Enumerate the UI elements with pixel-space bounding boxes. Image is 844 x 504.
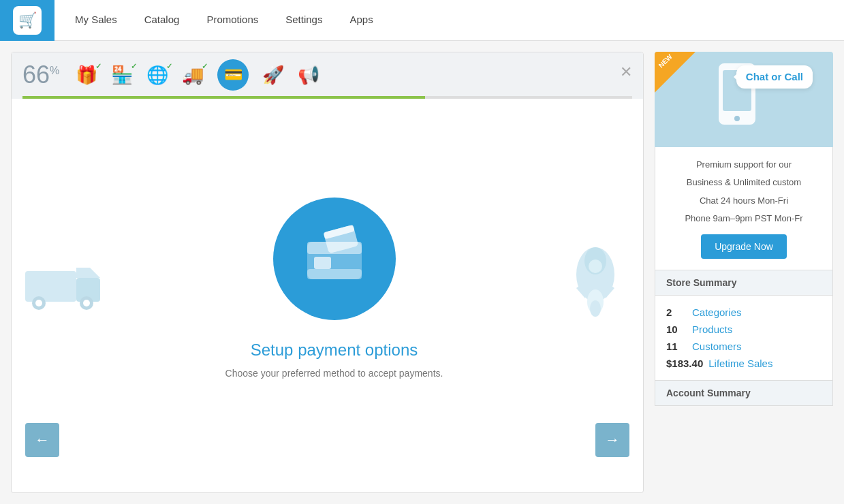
progress-steps: ✓ 🎁 ✓ 🏪 ✓ 🌐 ✓ [76,59,604,91]
logo[interactable]: 🛒 [0,0,54,41]
gift-icon: 🎁 [76,65,97,86]
banner-image: Chat or Call [655,52,833,147]
check-icon: ✓ [166,62,172,71]
shipping-icon: 🚚 [182,65,204,86]
check-icon: ✓ [95,62,101,71]
store-summary-header: Store Summary [655,270,833,296]
products-label[interactable]: Products [692,324,732,335]
support-text-1: Premium support for our [666,158,822,172]
svg-point-4 [35,300,42,306]
svg-point-15 [589,259,602,273]
nav-catalog[interactable]: Catalog [131,0,193,40]
step-store[interactable]: ✓ 🏪 [111,65,133,86]
store-summary-body: 2 Categories 10 Products 11 Customers $1… [655,296,833,381]
lifetime-sales-row: $183.40 Lifetime Sales [666,355,822,372]
nav-settings[interactable]: Settings [272,0,336,40]
payment-icon-circle: 💳 [217,59,249,91]
top-navigation: 🛒 My Sales Catalog Promotions Settings A… [0,0,844,41]
next-icon: → [605,431,620,449]
step-globe[interactable]: ✓ 🌐 [146,65,168,86]
chat-hours: Chat 24 hours Mon-Fri [666,194,822,208]
nav-links: My Sales Catalog Promotions Settings App… [54,0,387,40]
lifetime-sales-amount: $183.40 [666,358,703,369]
products-row: 10 Products [666,321,822,338]
svg-rect-10 [307,269,362,279]
categories-count: 2 [666,306,687,318]
wizard-description: Choose your preferred method to accept p… [225,368,443,379]
check-icon: ✓ [131,62,137,71]
logo-icon: 🛒 [13,6,42,35]
nav-promotions[interactable]: Promotions [193,0,272,40]
store-icon: 🏪 [111,65,133,86]
main-layout: 66% ✓ 🎁 ✓ 🏪 ✓ [0,41,844,504]
svg-rect-9 [314,257,331,269]
setup-wizard-panel: 66% ✓ 🎁 ✓ 🏪 ✓ [11,52,644,493]
right-panel: NEW Chat or Call Premium support for ou [655,52,833,493]
svg-point-22 [734,116,740,121]
upgrade-button[interactable]: Upgrade Now [701,234,787,259]
nav-apps[interactable]: Apps [336,0,386,40]
speech-bubble: Chat or Call [736,65,813,89]
store-summary-title: Store Summary [666,277,736,288]
customers-row: 11 Customers [666,338,822,355]
percent-value: 66 [22,61,50,89]
svg-marker-2 [76,268,100,278]
step-shipping[interactable]: ✓ 🚚 [182,65,204,86]
progress-percent: 66% [22,63,59,87]
wizard-title: Setup payment options [251,341,418,360]
chat-call-text: Chat or Call [746,71,803,82]
step-launch[interactable]: 🚀 [262,65,284,86]
step-promote[interactable]: 📢 [298,65,319,86]
globe-icon: 🌐 [146,65,168,86]
lifetime-sales-label[interactable]: Lifetime Sales [708,358,772,369]
progress-header: 66% ✓ 🎁 ✓ 🏪 ✓ [12,52,643,99]
launch-icon: 🚀 [262,65,284,86]
nav-my-sales[interactable]: My Sales [61,0,131,40]
wizard-center: Setup payment options Choose your prefer… [107,184,561,392]
products-count: 10 [666,324,687,335]
prev-icon: ← [35,431,50,449]
phone-hours: Phone 9am–9pm PST Mon-Fr [666,212,822,225]
account-summary-header: Account Summary [655,381,833,406]
step-gift[interactable]: ✓ 🎁 [76,65,97,86]
truck-illustration [25,251,107,326]
check-icon: ✓ [202,62,208,71]
account-summary-title: Account Summary [666,388,751,398]
customers-label[interactable]: Customers [692,341,742,352]
support-text-2: Business & Unlimited custom [666,176,822,189]
customers-count: 11 [666,341,687,352]
svg-point-19 [590,300,601,317]
rocket-illustration [561,240,629,336]
svg-point-6 [83,300,90,306]
banner-card: NEW Chat or Call [655,52,833,147]
prev-arrow[interactable]: ← [25,423,59,457]
payment-circle [273,198,396,320]
categories-row: 2 Categories [666,304,822,321]
next-arrow[interactable]: → [595,423,629,457]
categories-label[interactable]: Categories [692,306,742,318]
support-info: Premium support for our Business & Unlim… [655,147,833,270]
payment-icon: 💳 [224,66,243,84]
close-button[interactable]: ✕ [620,65,632,85]
promote-icon: 📢 [298,65,319,86]
wizard-main-content: Setup payment options Choose your prefer… [12,99,643,477]
progress-top: 66% ✓ 🎁 ✓ 🏪 ✓ [22,59,632,96]
step-payment[interactable]: 💳 [217,59,249,91]
percent-unit: % [50,65,59,76]
svg-rect-0 [25,271,76,302]
